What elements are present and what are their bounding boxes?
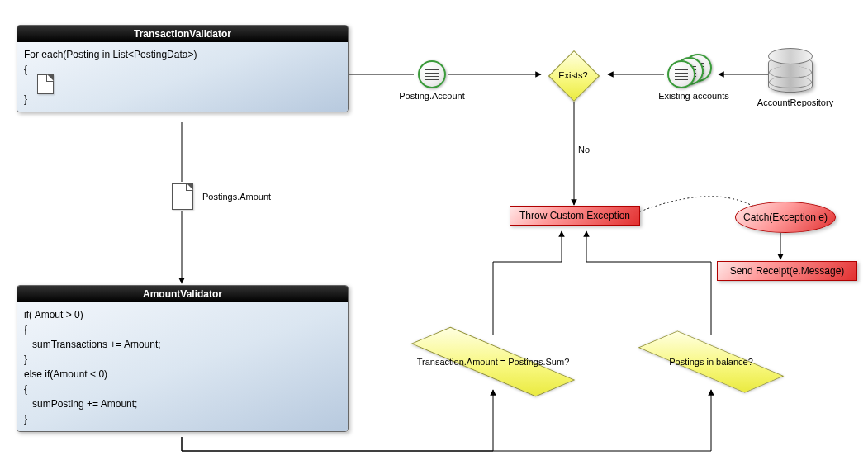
class-body: For each(Posting in List<PostingData>) {… bbox=[17, 42, 348, 112]
throw-exception-label: Throw Custom Exception bbox=[519, 210, 630, 221]
send-receipt-label: Send Receipt(e.Message) bbox=[730, 265, 845, 277]
decision-label: Postings in balance? bbox=[628, 335, 794, 389]
document-icon bbox=[37, 74, 54, 94]
edge-label-no: No bbox=[578, 145, 590, 154]
account-repository-label: AccountRepository bbox=[750, 97, 841, 107]
class-amount-validator[interactable]: AmountValidator if( Amout > 0) { sumTran… bbox=[17, 285, 349, 432]
existing-accounts-icon[interactable] bbox=[667, 60, 695, 88]
diagram-canvas: TransactionValidator For each(Posting in… bbox=[0, 0, 868, 470]
postings-amount-icon[interactable] bbox=[172, 183, 193, 210]
decision-label: Transaction.Amount = Postings.Sum? bbox=[395, 335, 591, 389]
catch-node[interactable]: Catch(Exception e) bbox=[735, 202, 836, 233]
class-body: if( Amout > 0) { sumTransactions += Amou… bbox=[17, 302, 348, 431]
existing-accounts-label: Existing accounts bbox=[652, 91, 735, 101]
database-icon[interactable] bbox=[768, 48, 813, 93]
throw-exception-node[interactable]: Throw Custom Exception bbox=[510, 206, 640, 226]
decision-exists[interactable]: Exists? bbox=[546, 48, 600, 102]
posting-account-icon[interactable] bbox=[418, 60, 446, 88]
decision-sum[interactable]: Transaction.Amount = Postings.Sum? bbox=[395, 335, 591, 389]
class-transaction-validator[interactable]: TransactionValidator For each(Posting in… bbox=[17, 25, 349, 112]
send-receipt-node[interactable]: Send Receipt(e.Message) bbox=[717, 261, 857, 281]
posting-account-label: Posting.Account bbox=[395, 91, 469, 101]
class-title: TransactionValidator bbox=[17, 26, 348, 42]
catch-label: Catch(Exception e) bbox=[743, 211, 828, 223]
decision-balance[interactable]: Postings in balance? bbox=[628, 335, 794, 389]
class-title: AmountValidator bbox=[17, 286, 348, 302]
decision-label: Exists? bbox=[546, 48, 600, 102]
postings-amount-label: Postings.Amount bbox=[202, 192, 271, 202]
